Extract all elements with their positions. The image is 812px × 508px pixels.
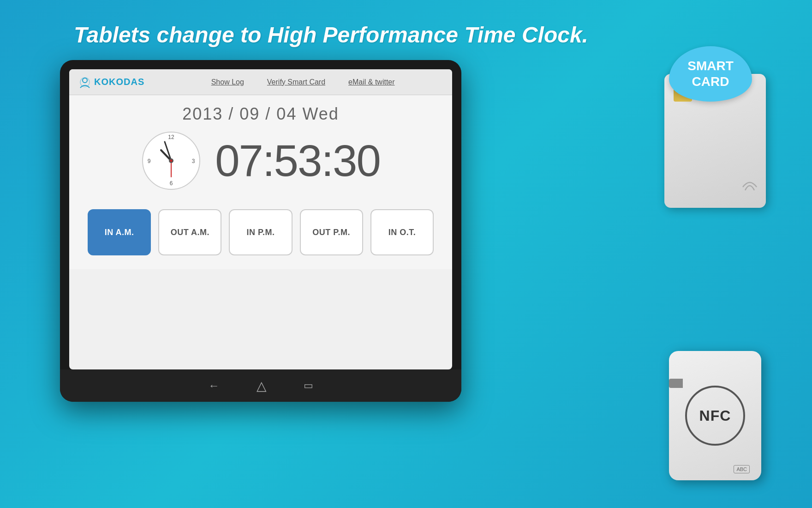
action-button-4[interactable]: IN O.T. bbox=[370, 209, 434, 255]
svg-point-0 bbox=[83, 78, 87, 83]
nfc-abc-label: ABC bbox=[734, 465, 750, 473]
tablet-screen: KOKODAS Show Log Verify Smart Card eMail… bbox=[69, 69, 452, 369]
nfc-reader-body: NFC ABC bbox=[669, 351, 761, 480]
smart-card-badge-text: SMARTCARD bbox=[687, 58, 734, 89]
action-button-2[interactable]: IN P.M. bbox=[229, 209, 292, 255]
email-twitter-link[interactable]: eMail & twitter bbox=[348, 78, 394, 86]
action-button-1[interactable]: OUT A.M. bbox=[158, 209, 221, 255]
logo-area: KOKODAS bbox=[78, 76, 144, 89]
action-buttons: IN A.M.OUT A.M.IN P.M.OUT P.M.IN O.T. bbox=[83, 205, 438, 260]
svg-text:3: 3 bbox=[192, 158, 195, 164]
nfc-label: NFC bbox=[699, 407, 731, 424]
svg-text:6: 6 bbox=[170, 180, 173, 187]
analog-clock: 12 3 6 9 bbox=[141, 131, 201, 191]
smart-card-badge: SMARTCARD bbox=[669, 46, 752, 102]
date-display: 2013 / 09 / 04 Wed bbox=[83, 104, 438, 124]
smart-card-container: SMARTCARD bbox=[618, 46, 766, 240]
back-button[interactable]: ← bbox=[209, 379, 220, 392]
logo-text: KOKODAS bbox=[94, 77, 144, 87]
show-log-link[interactable]: Show Log bbox=[211, 78, 244, 86]
app-content: 2013 / 09 / 04 Wed 12 3 6 9 bbox=[69, 95, 452, 269]
headline: Tablets change to High Performance Time … bbox=[74, 22, 588, 48]
nfc-reader: NFC ABC bbox=[660, 305, 789, 480]
logo-icon bbox=[78, 76, 91, 89]
nfc-circle: NFC bbox=[685, 386, 745, 446]
action-button-3[interactable]: OUT P.M. bbox=[300, 209, 363, 255]
app-header: KOKODAS Show Log Verify Smart Card eMail… bbox=[69, 69, 452, 95]
verify-smart-card-link[interactable]: Verify Smart Card bbox=[267, 78, 325, 86]
digital-time: 07:53:30 bbox=[215, 139, 380, 183]
svg-text:12: 12 bbox=[168, 134, 174, 140]
recent-button[interactable]: ▭ bbox=[304, 380, 313, 392]
svg-text:9: 9 bbox=[148, 158, 151, 164]
nav-links: Show Log Verify Smart Card eMail & twitt… bbox=[163, 78, 443, 86]
card-wave-lines bbox=[740, 175, 759, 199]
home-button[interactable]: △ bbox=[257, 378, 267, 393]
tablet-nav-bar: ← △ ▭ bbox=[60, 369, 461, 402]
action-button-0[interactable]: IN A.M. bbox=[88, 209, 151, 255]
nfc-connector bbox=[669, 379, 683, 388]
tablet-frame: KOKODAS Show Log Verify Smart Card eMail… bbox=[60, 60, 461, 402]
time-row: 12 3 6 9 bbox=[83, 131, 438, 191]
svg-point-11 bbox=[170, 160, 173, 162]
